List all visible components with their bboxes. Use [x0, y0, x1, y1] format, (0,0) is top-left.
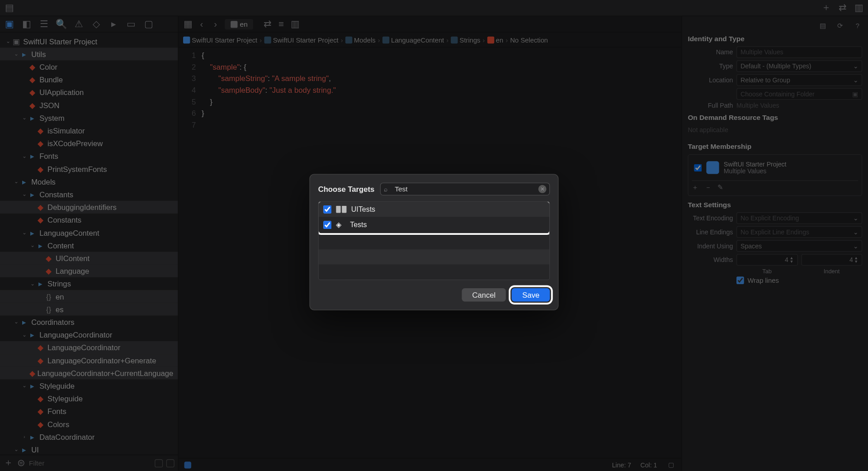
target-checkbox[interactable]: [323, 205, 331, 214]
modal-title: Choose Targets: [318, 185, 375, 193]
list-row: [319, 264, 549, 279]
target-search-input[interactable]: [380, 183, 550, 195]
list-row: [319, 249, 549, 264]
target-label: UITests: [351, 205, 375, 214]
cancel-button[interactable]: Cancel: [462, 288, 506, 301]
target-row[interactable]: ◈Tests: [319, 217, 549, 233]
choose-targets-modal: Choose Targets ⌕ ✕ UITests◈Tests Cancel …: [309, 174, 558, 310]
unit-test-icon: ◈: [336, 220, 345, 230]
clear-search-icon[interactable]: ✕: [538, 185, 547, 193]
search-icon: ⌕: [384, 186, 388, 192]
targets-list: UITests◈Tests: [318, 201, 550, 280]
target-label: Tests: [350, 221, 367, 229]
modal-overlay: Choose Targets ⌕ ✕ UITests◈Tests Cancel …: [0, 0, 868, 471]
target-checkbox[interactable]: [323, 221, 331, 229]
ui-test-icon: [336, 206, 346, 213]
target-row[interactable]: UITests: [319, 202, 549, 217]
save-button[interactable]: Save: [512, 288, 550, 301]
list-row: [319, 234, 549, 249]
